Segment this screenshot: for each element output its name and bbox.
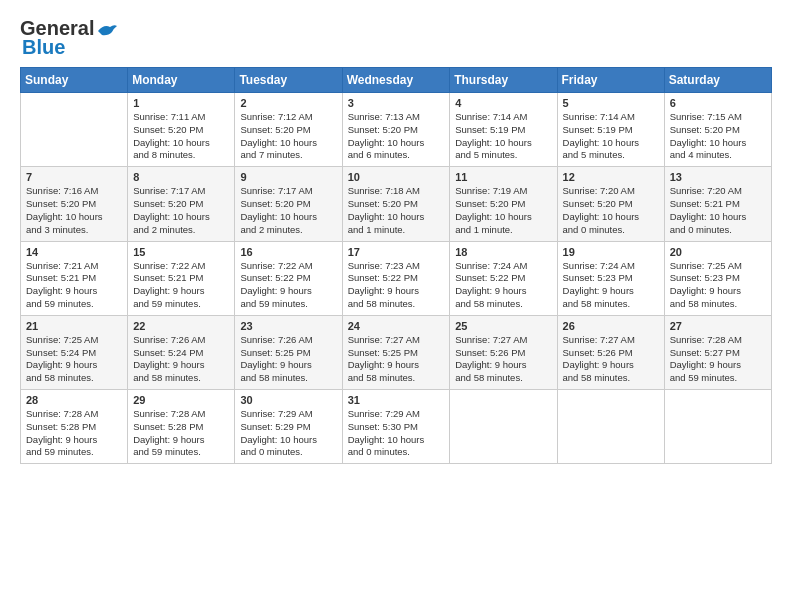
day-number: 27 (670, 320, 766, 332)
day-number: 3 (348, 97, 445, 109)
day-number: 25 (455, 320, 551, 332)
day-number: 14 (26, 246, 122, 258)
calendar-week-row: 28Sunrise: 7:28 AM Sunset: 5:28 PM Dayli… (21, 390, 772, 464)
calendar-cell: 1Sunrise: 7:11 AM Sunset: 5:20 PM Daylig… (128, 93, 235, 167)
day-info: Sunrise: 7:23 AM Sunset: 5:22 PM Dayligh… (348, 260, 445, 311)
day-number: 29 (133, 394, 229, 406)
day-number: 31 (348, 394, 445, 406)
calendar-cell: 22Sunrise: 7:26 AM Sunset: 5:24 PM Dayli… (128, 315, 235, 389)
calendar-header-row: SundayMondayTuesdayWednesdayThursdayFrid… (21, 68, 772, 93)
day-number: 18 (455, 246, 551, 258)
calendar-cell (21, 93, 128, 167)
calendar-header-tuesday: Tuesday (235, 68, 342, 93)
day-number: 11 (455, 171, 551, 183)
calendar-cell: 23Sunrise: 7:26 AM Sunset: 5:25 PM Dayli… (235, 315, 342, 389)
day-number: 26 (563, 320, 659, 332)
calendar-cell: 3Sunrise: 7:13 AM Sunset: 5:20 PM Daylig… (342, 93, 450, 167)
day-info: Sunrise: 7:20 AM Sunset: 5:21 PM Dayligh… (670, 185, 766, 236)
day-info: Sunrise: 7:29 AM Sunset: 5:30 PM Dayligh… (348, 408, 445, 459)
day-number: 10 (348, 171, 445, 183)
calendar-cell: 30Sunrise: 7:29 AM Sunset: 5:29 PM Dayli… (235, 390, 342, 464)
day-number: 23 (240, 320, 336, 332)
calendar-header-saturday: Saturday (664, 68, 771, 93)
calendar-cell (557, 390, 664, 464)
calendar-cell: 7Sunrise: 7:16 AM Sunset: 5:20 PM Daylig… (21, 167, 128, 241)
calendar-cell: 24Sunrise: 7:27 AM Sunset: 5:25 PM Dayli… (342, 315, 450, 389)
calendar-header-friday: Friday (557, 68, 664, 93)
logo: General Blue (20, 16, 118, 59)
calendar-cell: 26Sunrise: 7:27 AM Sunset: 5:26 PM Dayli… (557, 315, 664, 389)
day-number: 8 (133, 171, 229, 183)
calendar-cell: 9Sunrise: 7:17 AM Sunset: 5:20 PM Daylig… (235, 167, 342, 241)
calendar-cell: 29Sunrise: 7:28 AM Sunset: 5:28 PM Dayli… (128, 390, 235, 464)
day-info: Sunrise: 7:27 AM Sunset: 5:26 PM Dayligh… (455, 334, 551, 385)
day-number: 15 (133, 246, 229, 258)
day-info: Sunrise: 7:27 AM Sunset: 5:25 PM Dayligh… (348, 334, 445, 385)
day-info: Sunrise: 7:14 AM Sunset: 5:19 PM Dayligh… (455, 111, 551, 162)
calendar-cell: 2Sunrise: 7:12 AM Sunset: 5:20 PM Daylig… (235, 93, 342, 167)
calendar-cell: 16Sunrise: 7:22 AM Sunset: 5:22 PM Dayli… (235, 241, 342, 315)
day-number: 16 (240, 246, 336, 258)
calendar-cell: 27Sunrise: 7:28 AM Sunset: 5:27 PM Dayli… (664, 315, 771, 389)
calendar-cell: 14Sunrise: 7:21 AM Sunset: 5:21 PM Dayli… (21, 241, 128, 315)
day-number: 20 (670, 246, 766, 258)
day-info: Sunrise: 7:25 AM Sunset: 5:24 PM Dayligh… (26, 334, 122, 385)
day-number: 19 (563, 246, 659, 258)
calendar-header-monday: Monday (128, 68, 235, 93)
day-info: Sunrise: 7:15 AM Sunset: 5:20 PM Dayligh… (670, 111, 766, 162)
day-number: 12 (563, 171, 659, 183)
day-number: 1 (133, 97, 229, 109)
day-number: 4 (455, 97, 551, 109)
day-number: 9 (240, 171, 336, 183)
calendar-cell: 12Sunrise: 7:20 AM Sunset: 5:20 PM Dayli… (557, 167, 664, 241)
day-info: Sunrise: 7:28 AM Sunset: 5:28 PM Dayligh… (26, 408, 122, 459)
day-info: Sunrise: 7:28 AM Sunset: 5:27 PM Dayligh… (670, 334, 766, 385)
day-number: 17 (348, 246, 445, 258)
day-info: Sunrise: 7:22 AM Sunset: 5:22 PM Dayligh… (240, 260, 336, 311)
day-info: Sunrise: 7:16 AM Sunset: 5:20 PM Dayligh… (26, 185, 122, 236)
calendar-cell: 6Sunrise: 7:15 AM Sunset: 5:20 PM Daylig… (664, 93, 771, 167)
calendar-cell: 25Sunrise: 7:27 AM Sunset: 5:26 PM Dayli… (450, 315, 557, 389)
day-number: 13 (670, 171, 766, 183)
logo-bird-icon (96, 22, 118, 40)
day-info: Sunrise: 7:22 AM Sunset: 5:21 PM Dayligh… (133, 260, 229, 311)
calendar-cell: 15Sunrise: 7:22 AM Sunset: 5:21 PM Dayli… (128, 241, 235, 315)
day-info: Sunrise: 7:26 AM Sunset: 5:25 PM Dayligh… (240, 334, 336, 385)
day-info: Sunrise: 7:17 AM Sunset: 5:20 PM Dayligh… (133, 185, 229, 236)
calendar-week-row: 21Sunrise: 7:25 AM Sunset: 5:24 PM Dayli… (21, 315, 772, 389)
day-info: Sunrise: 7:18 AM Sunset: 5:20 PM Dayligh… (348, 185, 445, 236)
calendar-header-sunday: Sunday (21, 68, 128, 93)
calendar-cell: 20Sunrise: 7:25 AM Sunset: 5:23 PM Dayli… (664, 241, 771, 315)
calendar-cell (664, 390, 771, 464)
calendar-cell: 31Sunrise: 7:29 AM Sunset: 5:30 PM Dayli… (342, 390, 450, 464)
day-number: 7 (26, 171, 122, 183)
logo-blue-text: Blue (20, 36, 65, 59)
calendar-cell (450, 390, 557, 464)
calendar-cell: 4Sunrise: 7:14 AM Sunset: 5:19 PM Daylig… (450, 93, 557, 167)
day-info: Sunrise: 7:27 AM Sunset: 5:26 PM Dayligh… (563, 334, 659, 385)
calendar-week-row: 14Sunrise: 7:21 AM Sunset: 5:21 PM Dayli… (21, 241, 772, 315)
calendar-cell: 8Sunrise: 7:17 AM Sunset: 5:20 PM Daylig… (128, 167, 235, 241)
day-number: 30 (240, 394, 336, 406)
calendar-header-wednesday: Wednesday (342, 68, 450, 93)
calendar-cell: 28Sunrise: 7:28 AM Sunset: 5:28 PM Dayli… (21, 390, 128, 464)
header: General Blue (20, 16, 772, 59)
page-container: General Blue SundayMondayTuesdayWednesda… (0, 0, 792, 474)
day-info: Sunrise: 7:21 AM Sunset: 5:21 PM Dayligh… (26, 260, 122, 311)
day-info: Sunrise: 7:20 AM Sunset: 5:20 PM Dayligh… (563, 185, 659, 236)
day-number: 5 (563, 97, 659, 109)
calendar-header-thursday: Thursday (450, 68, 557, 93)
day-info: Sunrise: 7:12 AM Sunset: 5:20 PM Dayligh… (240, 111, 336, 162)
calendar-cell: 10Sunrise: 7:18 AM Sunset: 5:20 PM Dayli… (342, 167, 450, 241)
day-number: 24 (348, 320, 445, 332)
calendar-table: SundayMondayTuesdayWednesdayThursdayFrid… (20, 67, 772, 464)
day-number: 6 (670, 97, 766, 109)
calendar-cell: 19Sunrise: 7:24 AM Sunset: 5:23 PM Dayli… (557, 241, 664, 315)
day-number: 2 (240, 97, 336, 109)
day-number: 28 (26, 394, 122, 406)
calendar-cell: 21Sunrise: 7:25 AM Sunset: 5:24 PM Dayli… (21, 315, 128, 389)
calendar-cell: 13Sunrise: 7:20 AM Sunset: 5:21 PM Dayli… (664, 167, 771, 241)
day-number: 21 (26, 320, 122, 332)
day-info: Sunrise: 7:26 AM Sunset: 5:24 PM Dayligh… (133, 334, 229, 385)
day-info: Sunrise: 7:28 AM Sunset: 5:28 PM Dayligh… (133, 408, 229, 459)
